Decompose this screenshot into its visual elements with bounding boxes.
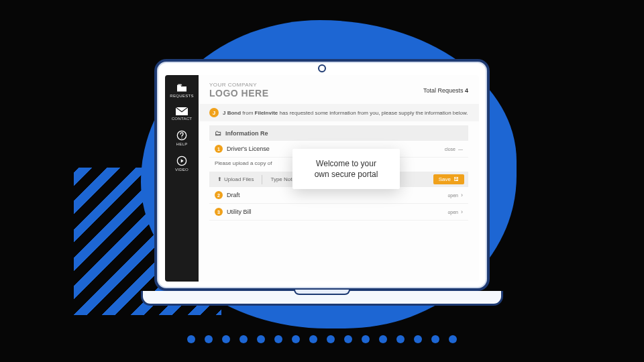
dot (239, 335, 248, 343)
sidebar-item-help[interactable]: HELP (165, 126, 199, 150)
sidebar-item-label: HELP (165, 142, 199, 146)
row-action-open[interactable]: open › (447, 208, 463, 215)
upload-files-button[interactable]: ⬆ Upload Files (213, 175, 258, 184)
avatar: J (209, 108, 219, 117)
help-icon (176, 130, 187, 141)
dot (309, 335, 317, 343)
laptop-screen: REQUESTS CONTACT HELP VIDEO (154, 59, 490, 291)
laptop-base (141, 291, 503, 306)
topbar: YOUR COMPANY LOGO HERE Total Requests 4 (199, 75, 479, 104)
dot (414, 335, 422, 343)
request-title: Driver's License (227, 145, 270, 152)
dot (379, 335, 387, 343)
welcome-tooltip: Welcome to your own secure portal (292, 149, 400, 189)
dot (362, 335, 370, 343)
number-badge: 1 (215, 145, 223, 153)
requester-message: J Bond from FileInvite has requested som… (223, 110, 468, 116)
upload-icon: ⬆ (217, 176, 222, 182)
play-icon (176, 156, 187, 166)
dot (257, 335, 265, 343)
sidebar: REQUESTS CONTACT HELP VIDEO (165, 75, 199, 282)
folder-icon: 🗂 (215, 129, 221, 137)
request-title: Utility Bill (227, 208, 252, 215)
total-requests: Total Requests 4 (423, 87, 468, 94)
sidebar-item-label: REQUESTS (165, 94, 199, 98)
minus-icon: — (458, 147, 463, 152)
dot (205, 335, 213, 343)
dot (274, 335, 282, 343)
save-disk-icon: 🖫 (453, 176, 459, 182)
row-action-open[interactable]: open › (447, 192, 463, 198)
chevron-right-icon: › (461, 192, 463, 198)
dot (187, 335, 195, 343)
sidebar-item-label: VIDEO (165, 168, 199, 172)
sidebar-item-video[interactable]: VIDEO (165, 152, 199, 176)
requester-info: J J Bond from FileInvite has requested s… (199, 104, 479, 121)
number-badge: 2 (215, 191, 223, 199)
dot (344, 335, 352, 343)
logo-line1: YOUR COMPANY (209, 82, 269, 88)
laptop-frame: REQUESTS CONTACT HELP VIDEO (154, 59, 490, 306)
request-row[interactable]: 3 Utility Bill open › (209, 204, 468, 221)
folder-icon (176, 83, 188, 93)
section-header: 🗂 Information Re (209, 125, 468, 141)
sidebar-item-contact[interactable]: CONTACT (165, 103, 199, 125)
number-badge: 3 (215, 208, 223, 216)
chevron-right-icon: › (461, 208, 463, 215)
dot (396, 335, 405, 343)
save-button[interactable]: Save 🖫 (433, 174, 464, 184)
company-logo: YOUR COMPANY LOGO HERE (209, 82, 269, 99)
pagination-dots (0, 335, 644, 343)
dot (292, 335, 300, 343)
request-title: Draft (227, 192, 240, 198)
dot (449, 335, 457, 343)
sidebar-item-label: CONTACT (165, 117, 199, 121)
row-action-close[interactable]: close — (445, 147, 463, 152)
divider (262, 175, 262, 184)
dot (327, 335, 335, 343)
logo-line2: LOGO HERE (209, 88, 269, 99)
mail-icon (176, 107, 188, 115)
sidebar-item-requests[interactable]: REQUESTS (165, 79, 199, 102)
main-content: YOUR COMPANY LOGO HERE Total Requests 4 … (199, 75, 479, 282)
svg-point-1 (181, 137, 182, 138)
dot (222, 335, 230, 343)
camera-icon (318, 64, 326, 72)
request-row[interactable]: 2 Draft open › (209, 187, 468, 204)
dot (431, 335, 439, 343)
